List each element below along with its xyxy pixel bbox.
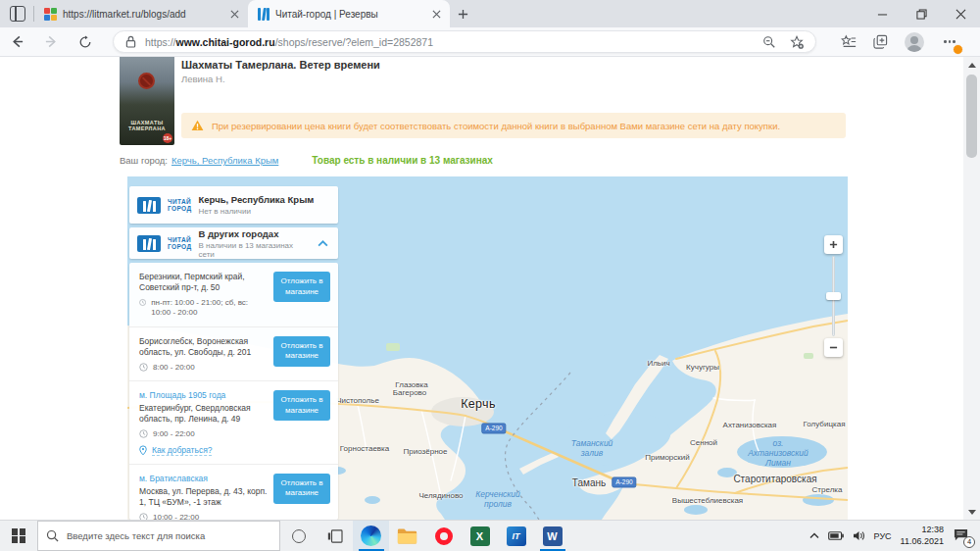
other-cities-availability: В наличии в 13 магазинах сети	[199, 241, 311, 259]
taskbar-edge[interactable]	[353, 521, 389, 551]
close-tab-icon[interactable]	[428, 6, 444, 22]
store-address: Борисоглебск, Воронежская область, ул. С…	[139, 336, 268, 358]
word-icon: W	[543, 526, 563, 546]
pin-icon	[139, 445, 147, 456]
taskbar-excel[interactable]: X	[462, 521, 498, 551]
taskbar-search[interactable]	[37, 521, 280, 551]
file-explorer-icon	[397, 527, 417, 545]
cover-art-nosign	[138, 73, 155, 89]
book-author: Левина Н.	[181, 74, 225, 84]
current-city-availability: Нет в наличии	[199, 207, 330, 216]
reserve-button[interactable]: Отложить в магазине	[273, 272, 330, 302]
start-button[interactable]	[0, 521, 37, 551]
chitai-gorod-logo-icon	[137, 235, 161, 252]
zoom-slider-handle[interactable]	[826, 292, 841, 300]
tab-actions-icon[interactable]	[10, 6, 25, 22]
language-indicator[interactable]: РУС	[874, 531, 892, 541]
store-list: Березники, Пермский край, Советский пр-т…	[129, 263, 338, 520]
store-list-item: м. Братиславская Москва, ул. Перерва, д.…	[129, 465, 338, 520]
settings-menu-icon[interactable]	[941, 33, 958, 51]
back-icon[interactable]	[10, 34, 24, 49]
cortana-icon	[292, 529, 306, 543]
chevron-up-icon[interactable]	[318, 240, 328, 247]
close-tab-icon[interactable]	[226, 6, 242, 22]
book-title: Шахматы Тамерлана. Ветер времени	[181, 59, 380, 71]
store-hours: 9:00 - 22:00	[153, 429, 195, 439]
zoom-in-button[interactable]	[824, 235, 843, 254]
tray-date: 11.06.2021	[901, 536, 944, 548]
your-city-label: Ваш город:	[120, 155, 168, 166]
chitai-gorod-logo-text: ЧИТАЙГОРОД	[168, 198, 192, 213]
store-address: Москва, ул. Перерва, д. 43, корп. 1, ТЦ …	[139, 486, 268, 508]
taskbar-explorer[interactable]	[389, 521, 425, 551]
opera-icon	[435, 527, 453, 545]
notification-count-badge: 4	[963, 536, 975, 548]
clock-icon	[139, 363, 148, 372]
close-window-button[interactable]	[941, 0, 980, 27]
new-tab-button[interactable]	[450, 1, 475, 26]
clock-icon	[139, 298, 146, 307]
zoom-out-page-icon[interactable]	[762, 35, 776, 49]
store-hours: пн-пт: 10:00 - 21:00; сб, вс: 10:00 - 20…	[151, 298, 268, 319]
city-link[interactable]: Керчь, Республика Крым	[172, 155, 278, 166]
restore-button[interactable]	[902, 0, 941, 27]
reserve-button[interactable]: Отложить в магазине	[273, 474, 330, 504]
other-cities-title: В других городах	[199, 228, 311, 239]
taskbar-it-app[interactable]: IT	[498, 521, 534, 551]
url-text: https://www.chitai-gorod.ru/shops/reserv…	[145, 36, 762, 48]
task-view-button[interactable]	[317, 521, 353, 551]
volume-icon[interactable]	[853, 530, 865, 541]
page-scrollbar[interactable]	[963, 57, 980, 520]
current-city-title: Керчь, Республика Крым	[199, 194, 330, 205]
minimize-button[interactable]	[862, 0, 902, 27]
search-input[interactable]	[67, 530, 271, 541]
tab-litmarket[interactable]: https://litmarket.ru/blogs/add	[34, 0, 248, 27]
tray-chevron-icon[interactable]	[809, 532, 819, 539]
store-metro-link[interactable]: м. Братиславская	[139, 474, 268, 483]
edge-icon	[361, 526, 381, 546]
taskbar-clock[interactable]: 12:38 11.06.2021	[901, 525, 944, 547]
other-cities-card[interactable]: ЧИТАЙГОРОД В других городах В наличии в …	[129, 227, 338, 259]
collections-icon[interactable]	[873, 34, 888, 49]
clock-icon	[139, 429, 148, 438]
lock-icon[interactable]	[125, 35, 136, 48]
scrollbar-thumb[interactable]	[966, 75, 977, 158]
search-icon	[46, 529, 59, 542]
excel-icon: X	[470, 526, 490, 546]
reserve-button[interactable]: Отложить в магазине	[273, 336, 330, 367]
scroll-up-icon[interactable]	[963, 57, 980, 73]
refresh-icon[interactable]	[78, 35, 92, 49]
reserve-warning-banner: При резервировании цена книги будет соот…	[181, 113, 846, 138]
warning-icon	[191, 120, 204, 131]
store-hours: 8:00 - 20:00	[153, 363, 195, 373]
scroll-down-icon[interactable]	[963, 504, 980, 520]
cortana-button[interactable]	[280, 521, 317, 551]
reserve-button[interactable]: Отложить в магазине	[273, 390, 330, 421]
tab-title: Читай-город | Резервы	[275, 9, 422, 20]
map-container[interactable]: ГлазовкаИльичКучугурыЧистопольеБагеровоК…	[127, 176, 848, 520]
store-list-item: Березники, Пермский край, Советский пр-т…	[129, 263, 338, 327]
forward-icon[interactable]	[44, 34, 59, 49]
current-city-card: ЧИТАЙГОРОД Керчь, Республика Крым Нет в …	[129, 186, 338, 224]
cover-title: ШАХМАТЫ ТАМЕРЛАНА	[120, 120, 174, 131]
action-center-button[interactable]: 4	[953, 527, 972, 545]
store-list-item: м. Площадь 1905 года Екатеринбург, Сверд…	[129, 381, 338, 464]
taskbar-word[interactable]: W	[534, 521, 570, 551]
page-content: ШАХМАТЫ ТАМЕРЛАНА 18+ Шахматы Тамерлана.…	[0, 57, 963, 520]
tab-chitai-gorod-active[interactable]: Читай-город | Резервы	[248, 0, 450, 27]
tab-title: https://litmarket.ru/blogs/add	[63, 9, 220, 20]
taskbar-opera[interactable]	[425, 521, 462, 551]
store-hours: 10:00 - 22:00	[153, 513, 199, 520]
directions-link[interactable]: Как добраться?	[139, 445, 268, 456]
favorites-bar-icon[interactable]	[841, 34, 857, 49]
zoom-out-button[interactable]	[824, 338, 843, 357]
browser-tab-bar: https://litmarket.ru/blogs/add Читай-гор…	[0, 0, 980, 27]
store-metro-link[interactable]: м. Площадь 1905 года	[139, 390, 268, 400]
profile-avatar[interactable]	[905, 32, 924, 52]
add-favorite-icon[interactable]	[790, 35, 804, 49]
age-badge: 18+	[163, 133, 172, 143]
battery-icon[interactable]	[828, 531, 844, 540]
warning-text: При резервировании цена книги будет соот…	[212, 121, 780, 131]
store-address: Екатеринбург, Свердловская область, пр. …	[139, 403, 268, 425]
address-bar[interactable]: https://www.chitai-gorod.ru/shops/reserv…	[113, 30, 816, 53]
